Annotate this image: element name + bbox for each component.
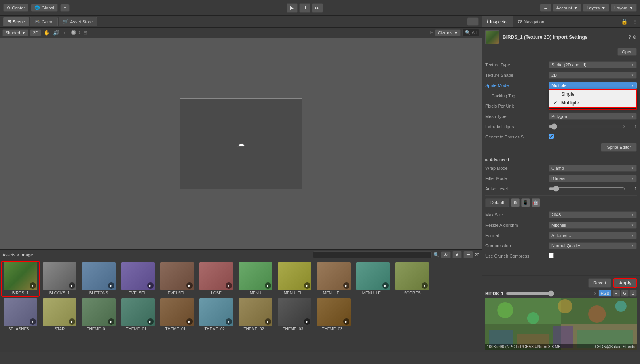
asset-play-theme01a[interactable]: ▶ (108, 318, 114, 325)
format-dropdown[interactable]: Automatic (549, 232, 637, 239)
filter-mode-dropdown[interactable]: Bilinear (549, 175, 637, 182)
asset-item-blocks1[interactable]: ▶ BLOCKS_1 (41, 262, 78, 296)
advanced-section-header[interactable]: ▶ Advanced (485, 157, 637, 162)
audio-icon[interactable]: 🔊 (53, 30, 59, 36)
search-scene[interactable]: 🔍 All (462, 29, 479, 36)
texture-type-value[interactable]: Sprite (2D and UI) (549, 61, 637, 68)
asset-play-splashes[interactable]: ▶ (30, 318, 36, 325)
revert-button[interactable]: Revert (588, 278, 611, 288)
asset-play-theme03b[interactable]: ▶ (343, 318, 349, 325)
asset-play-blocks1[interactable]: ▶ (69, 282, 75, 289)
asset-play-menuEl2[interactable]: ▶ (343, 282, 349, 289)
asset-play-menu[interactable]: ▶ (265, 282, 271, 289)
sprite-mode-dropdown[interactable]: Multiple (549, 82, 637, 89)
platform-icon-monitor[interactable]: 🖥 (511, 198, 520, 207)
global-button[interactable]: 🌐 Global (31, 4, 58, 12)
star-button[interactable]: ★ (452, 251, 462, 258)
asset-item-birds1[interactable]: ▶ BIRDS_1 (2, 262, 39, 296)
asset-play-lose[interactable]: ▶ (226, 282, 232, 289)
asset-play-buttons[interactable]: ▶ (108, 282, 114, 289)
texture-type-dropdown[interactable]: Sprite (2D and UI) (549, 61, 637, 68)
platform-icon-mobile[interactable]: 📱 (521, 198, 530, 207)
channel-b-btn[interactable]: B (629, 290, 637, 297)
compression-value[interactable]: Normal Quality (549, 242, 637, 249)
asset-play-theme01b[interactable]: ▶ (147, 318, 154, 325)
asset-item-theme03a[interactable]: ▶ THEME_03... (276, 298, 313, 332)
sprite-menu-multiple[interactable]: ✓ Multiple (549, 99, 636, 107)
texture-shape-dropdown[interactable]: 2D (549, 72, 637, 79)
list-button[interactable]: ☰ (463, 251, 473, 258)
max-size-value[interactable]: 2048 (549, 211, 637, 218)
asset-play-levelsel1[interactable]: ▶ (147, 282, 154, 289)
asset-item-theme01c[interactable]: ▶ THEME_01... (158, 298, 196, 332)
asset-item-splashes[interactable]: ▶ SPLASHES... (2, 298, 39, 332)
extrude-edges-slider[interactable] (549, 123, 625, 130)
tab-scene[interactable]: ⊞ Scene (3, 17, 29, 26)
asset-play-menuLe[interactable]: ▶ (382, 282, 389, 289)
tab-navigation[interactable]: 🗺 Navigation (513, 16, 549, 27)
mesh-type-dropdown[interactable]: Polygon (549, 113, 637, 120)
format-value[interactable]: Automatic (549, 232, 637, 239)
cloud-button[interactable]: ☁ (540, 4, 551, 12)
asset-item-menuEl1[interactable]: ▶ MENU_EL... (276, 262, 313, 296)
sprite-editor-button[interactable]: Sprite Editor (601, 143, 637, 152)
asset-play-menuEl1[interactable]: ▶ (304, 282, 310, 289)
platform-icon-android[interactable]: 🤖 (532, 198, 540, 207)
eye-button[interactable]: 👁 (441, 251, 451, 258)
generate-physics-checkbox[interactable] (549, 134, 554, 139)
play-button[interactable]: ▶ (287, 3, 298, 13)
sprite-menu-single[interactable]: Single (549, 90, 636, 99)
wrap-mode-dropdown[interactable]: Clamp (549, 165, 637, 172)
layers-dropdown[interactable]: Layers ▼ (583, 4, 609, 12)
filter-mode-value[interactable]: Bilinear (549, 175, 637, 182)
shaded-dropdown[interactable]: Shaded ▼ (2, 29, 28, 36)
max-size-dropdown[interactable]: 2048 (549, 211, 637, 218)
resize-algorithm-dropdown[interactable]: Mitchell (549, 222, 637, 229)
inspector-more-button[interactable]: ⋮ (630, 17, 640, 26)
aniso-level-slider[interactable] (549, 186, 625, 192)
asset-play-theme03a[interactable]: ▶ (304, 318, 310, 325)
asset-item-theme01b[interactable]: ▶ THEME_01... (119, 298, 157, 332)
transform-icon[interactable]: ↔ (63, 30, 68, 36)
asset-play-birds1[interactable]: ▶ (30, 282, 36, 289)
tab-inspector[interactable]: ℹ Inspector (482, 16, 513, 27)
panel-options-button[interactable]: ⋮ (467, 17, 479, 26)
tab-asset-store[interactable]: 🛒 Asset Store (59, 17, 97, 26)
tab-game[interactable]: 🎮 Game (30, 17, 58, 26)
wrap-mode-value[interactable]: Clamp (549, 165, 637, 172)
platform-tab-default[interactable]: Default (485, 198, 509, 207)
asset-item-lose[interactable]: ▶ LOSE (198, 262, 235, 296)
channel-g-btn[interactable]: G (621, 290, 629, 297)
asset-item-menu[interactable]: ▶ MENU (237, 262, 274, 296)
lock-button[interactable]: 🔓 (619, 17, 630, 26)
twod-button[interactable]: 2D (30, 29, 41, 36)
asset-item-theme02b[interactable]: ▶ THEME_02... (237, 298, 274, 332)
asset-item-star[interactable]: ▶ STAR (41, 298, 78, 332)
settings-icon[interactable]: ⚙ (632, 34, 637, 40)
asset-item-theme03b[interactable]: ▶ THEME_03... (315, 298, 353, 332)
asset-item-menuEl2[interactable]: ▶ MENU_EL... (315, 262, 353, 296)
use-crunch-checkbox[interactable] (549, 253, 554, 258)
texture-channel-slider[interactable] (506, 290, 596, 297)
asset-item-theme01a[interactable]: ▶ THEME_01... (80, 298, 118, 332)
open-button[interactable]: Open (617, 48, 637, 56)
resize-algorithm-value[interactable]: Mitchell (549, 222, 637, 229)
asset-item-buttons[interactable]: ▶ BUTTONS (80, 262, 118, 296)
pause-button[interactable]: ⏸ (299, 3, 310, 13)
gizmos-dropdown[interactable]: Gizmos ▼ (435, 29, 461, 36)
asset-item-levelsel1[interactable]: ▶ LEVELSEL... (119, 262, 157, 296)
asset-item-theme02a[interactable]: ▶ THEME_02... (198, 298, 235, 332)
question-icon[interactable]: ? (628, 34, 631, 40)
account-dropdown[interactable]: Account ▼ (553, 4, 582, 12)
step-button[interactable]: ⏭ (312, 3, 323, 13)
asset-item-scores[interactable]: ▶ SCORES (393, 262, 431, 296)
asset-item-menuLe[interactable]: ▶ MENU_LE... (354, 262, 392, 296)
asset-play-theme02a[interactable]: ▶ (226, 318, 232, 325)
channel-rgb-btn[interactable]: RGB (598, 290, 612, 297)
texture-shape-value[interactable]: 2D (549, 72, 637, 79)
extra-button[interactable]: ≡ (60, 4, 70, 12)
layout-dropdown[interactable]: Layout ▼ (611, 4, 637, 12)
asset-play-theme01c[interactable]: ▶ (186, 318, 193, 325)
grid-icon[interactable]: ⊞ (83, 30, 87, 36)
scene-viewport[interactable]: ☁ (0, 38, 482, 249)
